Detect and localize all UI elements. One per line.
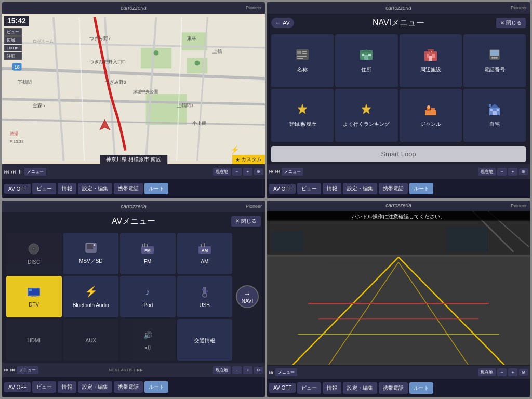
- navi-settings-btn[interactable]: 設定・編集: [343, 183, 377, 194]
- camera-phone-btn[interactable]: 携帯電話: [379, 382, 408, 394]
- navi-item-nearby[interactable]: P 周辺施設: [400, 34, 462, 87]
- genre-label: ジャンル: [420, 121, 441, 128]
- navi-nav-bar: AV OFF ビュー 情報 設定・編集 携帯電話 ルート: [267, 179, 530, 198]
- navi-zoom-minus[interactable]: －: [497, 168, 507, 176]
- navi-item-phone[interactable]: 電話番号: [463, 34, 526, 87]
- av-close-button[interactable]: ✕ 閉じる: [231, 216, 261, 227]
- svg-marker-54: [298, 104, 307, 114]
- star-icon: ★: [235, 157, 240, 163]
- camera-view[interactable]: ビュー: [297, 382, 321, 394]
- ranking-label: よく行くランキング: [343, 121, 390, 128]
- av-zoom-plus[interactable]: ＋: [243, 366, 252, 374]
- svg-point-30: [195, 61, 200, 66]
- settings-icon[interactable]: ⊙: [254, 168, 263, 175]
- camera-zoom-minus[interactable]: －: [497, 368, 507, 376]
- svg-rect-59: [431, 108, 435, 110]
- navi-current-loc[interactable]: 現在地: [478, 168, 496, 176]
- camera-settings-icon[interactable]: ⊙: [519, 369, 528, 376]
- camera-info[interactable]: 情報: [323, 382, 341, 394]
- av-ipod[interactable]: ♪ iPod: [120, 276, 176, 317]
- navi-item-ranking[interactable]: よく行くランキング: [335, 89, 397, 142]
- nav-phone[interactable]: 携帯電話: [114, 183, 143, 194]
- nav-av-off[interactable]: AV OFF: [4, 184, 31, 194]
- svg-marker-55: [362, 104, 371, 114]
- navi-view[interactable]: ビュー: [297, 183, 321, 194]
- av-info[interactable]: 情報: [58, 381, 76, 393]
- navi-item-address[interactable]: 住所: [335, 34, 397, 87]
- view-button[interactable]: ビュー: [4, 28, 22, 36]
- phone-icon: [487, 48, 502, 64]
- av-disc: DISC: [6, 233, 62, 274]
- nav-settings[interactable]: 設定・編集: [78, 183, 112, 194]
- camera-pioneer: Pioneer: [511, 203, 527, 208]
- custom-button[interactable]: ★ カスタム: [232, 155, 265, 164]
- av-usb[interactable]: USB: [177, 276, 233, 317]
- av-settings-icon[interactable]: ⊙: [254, 367, 263, 374]
- zoom-minus[interactable]: －: [232, 168, 242, 176]
- svg-text:つぎみ野野入口□: つぎみ野野入口□: [89, 59, 125, 64]
- av-navi-button[interactable]: → NAVI: [236, 285, 259, 308]
- navi-item-name[interactable]: 名称: [271, 34, 334, 87]
- camera-av-off[interactable]: AV OFF: [269, 383, 296, 393]
- camera-menu-btn[interactable]: メニュー: [275, 368, 297, 376]
- av-msv[interactable]: MSV／SD: [63, 233, 119, 274]
- camera-settings-btn[interactable]: 設定・編集: [343, 382, 377, 394]
- av-menu-btn[interactable]: メニュー: [17, 366, 38, 374]
- zoom-plus[interactable]: ＋: [243, 168, 252, 176]
- svg-text:⚡: ⚡: [85, 286, 97, 298]
- svg-point-53: [496, 57, 498, 59]
- wide-button[interactable]: 広域: [4, 36, 22, 44]
- av-current-loc[interactable]: 現在地: [213, 366, 231, 374]
- svg-rect-45: [427, 54, 429, 58]
- nav-info[interactable]: 情報: [58, 183, 76, 194]
- av-brand: carrozzeria: [121, 204, 146, 209]
- av-fm[interactable]: FM FM: [120, 233, 176, 274]
- navi-title: NAVIメニュー: [373, 18, 424, 29]
- navi-item-genre[interactable]: ジャンル: [400, 89, 462, 142]
- navi-phone-btn[interactable]: 携帯電話: [379, 183, 408, 194]
- nav-route[interactable]: ルート: [144, 183, 168, 194]
- av-phone-btn[interactable]: 携帯電話: [114, 381, 143, 393]
- smart-loop-button[interactable]: Smart Loop: [271, 146, 526, 162]
- av-ctrl-bar: ⏮ ⏭ メニュー NEXT ARTIST ▶▶ 現在地 － ＋ ⊙: [2, 363, 265, 377]
- av-route-btn[interactable]: ルート: [144, 381, 168, 393]
- nav-view[interactable]: ビュー: [32, 183, 56, 194]
- navi-zoom-plus[interactable]: ＋: [508, 168, 517, 176]
- svg-text:F 15:38: F 15:38: [10, 139, 24, 144]
- camera-route-btn[interactable]: ルート: [409, 382, 433, 394]
- navi-item-home[interactable]: 自宅: [463, 89, 526, 142]
- camera-zoom-plus[interactable]: ＋: [508, 368, 517, 376]
- genre-icon: [423, 103, 438, 118]
- fm-label: FM: [144, 259, 151, 264]
- av-back-button[interactable]: ← AV: [271, 18, 294, 28]
- svg-rect-74: [144, 243, 145, 247]
- svg-rect-35: [302, 51, 307, 52]
- av-zoom-minus[interactable]: －: [232, 366, 242, 374]
- av-settings-btn[interactable]: 設定・編集: [78, 381, 112, 393]
- detail-button[interactable]: 詳細: [4, 52, 22, 60]
- camera-current-loc[interactable]: 現在地: [478, 368, 496, 376]
- svg-text:つぎみ野7: つぎみ野7: [89, 36, 111, 41]
- navi-info[interactable]: 情報: [323, 183, 341, 194]
- history-label: 登録地/履歴: [289, 121, 316, 128]
- av-bluetooth[interactable]: ⚡ Bluetooth Audio: [63, 276, 119, 317]
- av-traffic[interactable]: 交通情報: [177, 319, 233, 361]
- current-location-btn[interactable]: 現在地: [213, 168, 231, 176]
- av-av-off[interactable]: AV OFF: [4, 382, 31, 392]
- history-icon: [295, 103, 310, 118]
- navi-close-button[interactable]: ✕ 閉じる: [496, 18, 526, 28]
- navi-menu-btn[interactable]: メニュー: [282, 168, 303, 176]
- av-dtv[interactable]: DTV: [6, 276, 62, 317]
- navi-route-btn[interactable]: ルート: [409, 183, 433, 194]
- av-am[interactable]: AM AM: [177, 233, 233, 274]
- menu-btn[interactable]: メニュー: [24, 168, 46, 176]
- nearby-icon: P: [423, 48, 438, 64]
- navi-av-off[interactable]: AV OFF: [269, 184, 296, 194]
- av-close-icon: ✕: [235, 218, 240, 224]
- av-panel: carrozzeria Pioneer AVメニュー ✕ 閉じる DISC MS…: [2, 201, 265, 397]
- svg-rect-78: [201, 244, 202, 247]
- traffic-label: 交通情報: [194, 337, 215, 344]
- av-view[interactable]: ビュー: [32, 381, 56, 393]
- navi-settings-icon[interactable]: ⊙: [519, 168, 528, 175]
- navi-item-history[interactable]: 登録地/履歴: [271, 89, 334, 142]
